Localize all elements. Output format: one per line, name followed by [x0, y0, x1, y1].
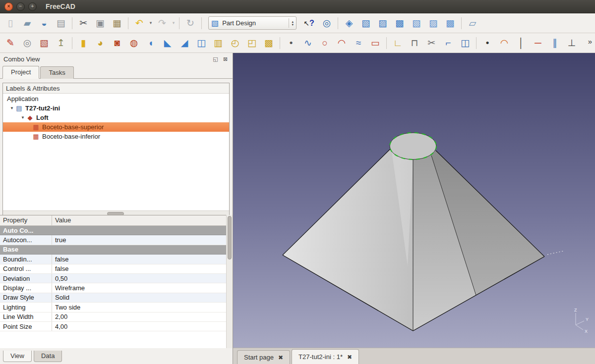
chamfer-icon[interactable]: ◣	[160, 36, 175, 51]
copy-icon[interactable]: ▣	[93, 16, 108, 31]
minimize-icon: −	[19, 4, 22, 9]
pocket-icon[interactable]: ◙	[110, 36, 124, 51]
save-icon[interactable]: ◒	[37, 16, 52, 31]
mdi-tab-bar: Start page ✖ T27-tut2-ini : 1* ✖	[233, 348, 595, 364]
arc-icon[interactable]: ◠	[334, 36, 349, 51]
property-row[interactable]: Point Size 4,00	[0, 322, 226, 331]
property-vertical-scrollbar[interactable]	[226, 215, 233, 348]
axonometric-view-icon[interactable]: ◈	[342, 16, 357, 31]
property-row[interactable]: Auto Co...	[0, 226, 226, 235]
undo-dropdown-icon[interactable]: ▾	[148, 16, 154, 31]
property-row[interactable]: Deviation 0,50	[0, 274, 226, 283]
open-document-icon[interactable]: ▰	[20, 16, 35, 31]
circle-icon[interactable]: ○	[317, 36, 332, 51]
close-panel-icon[interactable]: ⊠	[222, 55, 229, 63]
whats-this-button[interactable]: ↖ ?	[301, 16, 316, 31]
tree-item-sketch-inferior[interactable]: ▦ Boceto-base-inferior	[3, 132, 229, 141]
property-editor: Property Value Auto Co... Autocon... tru…	[0, 215, 226, 348]
constraint-block-icon[interactable]: ⊓	[407, 36, 422, 51]
print-icon[interactable]: ▤	[54, 16, 68, 31]
property-row[interactable]: Base	[0, 245, 226, 255]
expander-icon[interactable]: ▼	[20, 115, 26, 120]
tree-item-document[interactable]: ▼ ▤ T27-tut2-ini	[3, 104, 229, 113]
tab-view[interactable]: View	[3, 351, 32, 362]
view-sketch-icon[interactable]: ◎	[20, 36, 35, 51]
scaled-icon[interactable]: ◰	[244, 36, 259, 51]
multi-transform-icon[interactable]: ▩	[261, 36, 276, 51]
bottom-view-icon[interactable]: ▨	[426, 16, 441, 31]
top-view-icon[interactable]: ▨	[375, 16, 390, 31]
tree-item-sketch-superior[interactable]: ▦ Boceto-base-superior	[3, 122, 229, 132]
property-row[interactable]: Autocon... true	[0, 235, 226, 245]
carbon-copy-icon[interactable]: ◫	[458, 36, 473, 51]
fit-all-icon[interactable]: ◎	[319, 16, 334, 31]
fillet-icon[interactable]: ◖	[143, 36, 158, 51]
maximize-window-button[interactable]: +	[28, 2, 37, 11]
axis-x-label: X	[585, 329, 588, 334]
tab-t27-document[interactable]: T27-tut2-ini : 1* ✖	[292, 349, 359, 364]
trim-edge-icon[interactable]: ✂	[424, 36, 439, 51]
tab-tasks[interactable]: Tasks	[40, 66, 73, 79]
tab-data[interactable]: Data	[34, 351, 62, 362]
tree-body: Application ▼ ▤ T27-tut2-ini ▼ ◆ Loft ▦ …	[3, 94, 229, 210]
tree-item-application[interactable]: Application	[3, 94, 229, 104]
property-row[interactable]: Lighting Two side	[0, 303, 226, 312]
scrollbar-thumb[interactable]	[228, 216, 232, 260]
close-window-button[interactable]: ×	[4, 2, 13, 11]
right-view-icon[interactable]: ▩	[392, 16, 407, 31]
linear-pattern-icon[interactable]: ▥	[211, 36, 226, 51]
rear-view-icon[interactable]: ▧	[409, 16, 424, 31]
draft-icon[interactable]: ◢	[177, 36, 192, 51]
polar-pattern-icon[interactable]: ◴	[228, 36, 242, 51]
spin-down-icon[interactable]: ▾	[292, 23, 294, 26]
cursor-arrow-icon: ↖	[303, 19, 309, 27]
minimize-window-button[interactable]: −	[16, 2, 25, 11]
paste-icon[interactable]: ▦	[110, 16, 124, 31]
revolution-icon[interactable]: ◕	[93, 36, 108, 51]
leave-sketch-icon[interactable]: ↥	[54, 36, 68, 51]
constraint-perpendicular-icon[interactable]: ⊥	[564, 36, 579, 51]
rectangle-icon[interactable]: ▭	[368, 36, 383, 51]
tree-item-loft[interactable]: ▼ ◆ Loft	[3, 113, 229, 122]
constraint-point-icon[interactable]: •	[480, 36, 495, 51]
left-view-icon[interactable]: ▩	[443, 16, 458, 31]
redo-dropdown-icon[interactable]: ▾	[171, 16, 177, 31]
redo-icon[interactable]: ↷	[155, 16, 170, 31]
close-tab-icon[interactable]: ✖	[278, 354, 283, 361]
new-document-icon[interactable]: ▯	[3, 16, 18, 31]
undo-icon[interactable]: ↶	[132, 16, 147, 31]
tab-project[interactable]: Project	[2, 66, 39, 79]
cut-icon[interactable]: ✂	[76, 16, 91, 31]
constraint-coincident-icon[interactable]: ∟	[390, 36, 405, 51]
property-row[interactable]: Control ... false	[0, 264, 226, 274]
property-row[interactable]: Line Width 2,00	[0, 312, 226, 322]
close-tab-icon[interactable]: ✖	[347, 354, 352, 361]
refresh-icon[interactable]: ↻	[183, 16, 198, 31]
property-row[interactable]: Display ... Wireframe	[0, 283, 226, 293]
constraint-arc-icon[interactable]: ◠	[497, 36, 512, 51]
point-icon[interactable]: •	[284, 36, 298, 51]
pad-icon[interactable]: ▮	[76, 36, 91, 51]
3d-viewport[interactable]: Z Y X	[233, 53, 595, 348]
workbench-spinner[interactable]: ▴ ▾	[289, 18, 294, 28]
constraint-parallel-icon[interactable]: ∥	[547, 36, 562, 51]
expander-icon[interactable]: ▼	[9, 106, 15, 110]
polyline-icon[interactable]: ∿	[300, 36, 315, 51]
external-geometry-icon[interactable]: ⌐	[441, 36, 456, 51]
constraint-horizontal-icon[interactable]: ─	[531, 36, 545, 51]
map-sketch-icon[interactable]: ▧	[37, 36, 52, 51]
property-row[interactable]: Draw Style Solid	[0, 293, 226, 303]
property-row[interactable]: Boundin... false	[0, 255, 226, 264]
toolbar-overflow-button[interactable]: »	[588, 37, 592, 46]
tab-start-page[interactable]: Start page ✖	[237, 350, 290, 364]
edit-sketch-icon[interactable]: ✎	[3, 36, 18, 51]
constraint-vertical-icon[interactable]: │	[514, 36, 529, 51]
mirrored-icon[interactable]: ◫	[194, 36, 209, 51]
workbench-selector[interactable]: ▧ Part Design ▴ ▾	[208, 16, 297, 30]
front-view-icon[interactable]: ▧	[358, 16, 373, 31]
bspline-icon[interactable]: ≈	[351, 36, 366, 51]
measure-distance-icon[interactable]: ▱	[465, 16, 480, 31]
toolbar-standard: ▯ ▰ ◒ ▤ ✂ ▣ ▦ ↶ ▾ ↷	[0, 13, 595, 33]
groove-icon[interactable]: ◍	[126, 36, 141, 51]
float-panel-icon[interactable]: ◱	[212, 55, 219, 63]
